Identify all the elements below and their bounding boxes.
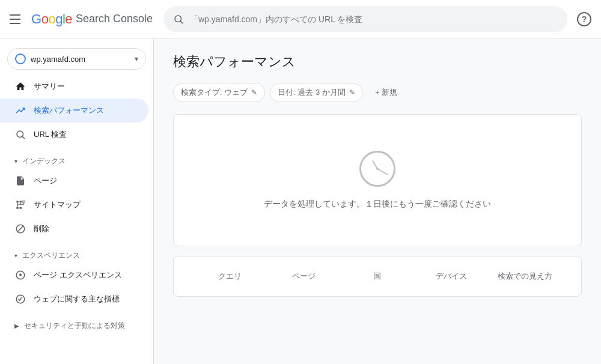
svg-line-3 <box>22 136 24 138</box>
logo-google: Google <box>31 11 72 27</box>
tab-search-appearance[interactable]: 検索での見え方 <box>488 266 562 287</box>
header: Google Search Console ? <box>0 0 601 38</box>
chevron-icon-3: ▶ <box>14 323 19 329</box>
edit-icon: ✎ <box>251 88 257 97</box>
clock-icon <box>359 151 395 187</box>
filter-search-type[interactable]: 検索タイプ: ウェブ ✎ <box>173 83 265 102</box>
content-area: 検索パフォーマンス 検索タイプ: ウェブ ✎ 日付: 過去 3 か月間 ✎ + … <box>154 38 601 364</box>
logo: Google Search Console <box>31 11 153 27</box>
main-layout: wp.yamafd.com ▾ サマリー 検索パフォーマンス <box>0 38 601 364</box>
sidebar: wp.yamafd.com ▾ サマリー 検索パフォーマンス <box>0 38 154 364</box>
sidebar-label-web-vitals: ウェブに関する主な指標 <box>34 294 120 305</box>
logo-search-console: Search Console <box>76 13 153 25</box>
sidebar-item-web-vitals[interactable]: ウェブに関する主な指標 <box>0 287 148 311</box>
menu-icon[interactable] <box>10 12 24 26</box>
sidebar-item-search-performance[interactable]: 検索パフォーマンス <box>0 99 148 123</box>
svg-line-1 <box>180 21 182 23</box>
sidebar-label-removals: 削除 <box>34 223 49 234</box>
sidebar-item-removals[interactable]: 削除 <box>0 217 148 241</box>
sidebar-item-summary[interactable]: サマリー <box>0 74 148 99</box>
property-icon <box>15 53 26 64</box>
section-experience[interactable]: ▾ エクスペリエンス <box>0 241 153 263</box>
svg-rect-8 <box>20 207 22 209</box>
property-selector[interactable]: wp.yamafd.com ▾ <box>7 48 146 70</box>
new-filter-label: + 新規 <box>375 87 397 98</box>
section-security[interactable]: ▶ セキュリティと手動による対策 <box>0 311 153 333</box>
file-icon <box>14 175 26 187</box>
filter-date[interactable]: 日付: 過去 3 か月間 ✎ <box>270 83 363 102</box>
sidebar-label-summary: サマリー <box>34 81 65 92</box>
tab-countries[interactable]: 国 <box>341 266 415 287</box>
sidebar-label-page-experience: ページ エクスペリエンス <box>34 270 122 281</box>
filter-search-type-label: 検索タイプ: ウェブ <box>181 87 248 98</box>
content-inner: 検索パフォーマンス 検索タイプ: ウェブ ✎ 日付: 過去 3 か月間 ✎ + … <box>154 38 601 311</box>
section-index[interactable]: ▾ インデックス <box>0 147 153 169</box>
tab-pages[interactable]: ページ <box>267 266 341 287</box>
sidebar-item-url-inspection[interactable]: URL 検査 <box>0 123 148 147</box>
clock-center-dot <box>376 168 379 170</box>
processing-message: データを処理しています。１日後にもう一度ご確認ください <box>264 199 491 210</box>
section-security-label: セキュリティと手動による対策 <box>24 321 125 331</box>
block-icon <box>14 223 26 235</box>
search-input[interactable] <box>190 14 558 24</box>
tabs-card: クエリ ページ 国 デバイス 検索での見え方 <box>173 256 582 297</box>
sidebar-label-search-performance: 検索パフォーマンス <box>34 105 104 116</box>
tab-queries[interactable]: クエリ <box>193 266 267 287</box>
clock-minute-hand <box>377 168 388 175</box>
tab-devices[interactable]: デバイス <box>414 266 488 287</box>
sitemap-icon <box>14 199 26 211</box>
processing-card: データを処理しています。１日後にもう一度ご確認ください <box>173 114 582 246</box>
url-inspection-bar[interactable] <box>163 6 567 32</box>
svg-rect-6 <box>23 201 25 202</box>
home-icon <box>14 80 26 93</box>
chevron-icon-2: ▾ <box>14 252 17 259</box>
sidebar-label-url-inspection: URL 検査 <box>34 129 67 140</box>
svg-line-14 <box>17 226 24 232</box>
vitals-icon <box>14 293 26 305</box>
search-icon <box>173 14 184 25</box>
sidebar-item-sitemaps[interactable]: サイトマップ <box>0 193 148 217</box>
tabs-row: クエリ ページ 国 デバイス 検索での見え方 <box>174 266 581 287</box>
chevron-down-icon: ▾ <box>135 55 138 63</box>
svg-rect-7 <box>16 207 19 209</box>
property-name: wp.yamafd.com <box>31 55 130 64</box>
help-icon[interactable]: ? <box>577 12 591 26</box>
new-filter-button[interactable]: + 新規 <box>368 83 404 102</box>
section-experience-label: エクスペリエンス <box>22 250 80 261</box>
filter-date-label: 日付: 過去 3 か月間 <box>278 87 346 98</box>
sidebar-item-page-experience[interactable]: ページ エクスペリエンス <box>0 263 148 287</box>
header-left: Google Search Console <box>10 11 154 27</box>
sidebar-item-pages[interactable]: ページ <box>0 169 148 193</box>
filter-bar: 検索タイプ: ウェブ ✎ 日付: 過去 3 か月間 ✎ + 新規 <box>173 83 582 102</box>
edit-icon-2: ✎ <box>349 88 355 97</box>
sidebar-label-pages: ページ <box>34 175 57 186</box>
svg-rect-4 <box>16 201 19 202</box>
svg-rect-5 <box>20 201 22 202</box>
section-index-label: インデックス <box>22 156 66 166</box>
search-nav-icon <box>14 129 26 141</box>
trending-up-icon <box>14 105 26 117</box>
sidebar-label-sitemaps: サイトマップ <box>34 199 81 210</box>
chevron-icon: ▾ <box>14 158 17 165</box>
star-icon <box>14 269 26 281</box>
page-title: 検索パフォーマンス <box>173 53 582 71</box>
